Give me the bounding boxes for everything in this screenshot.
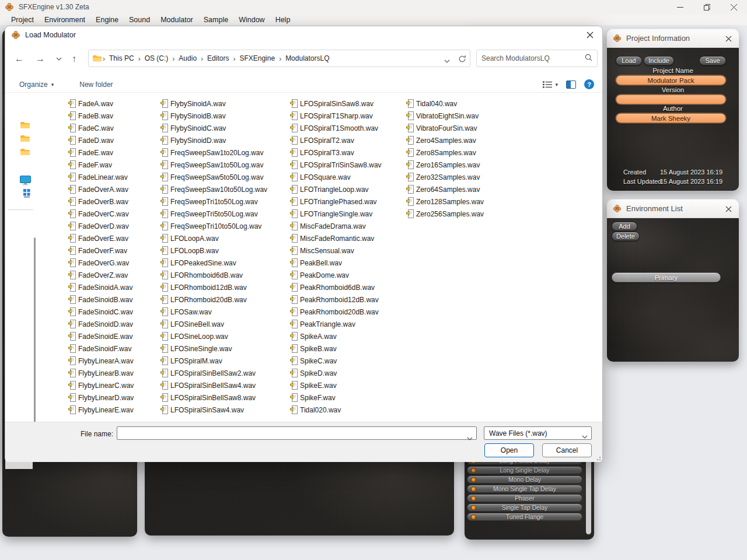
version-field[interactable] <box>616 94 726 104</box>
file-item[interactable]: FadeSinoidF.wav <box>68 342 160 355</box>
new-folder-button[interactable]: New folder <box>74 78 118 91</box>
add-button[interactable]: Add <box>612 222 637 231</box>
file-item[interactable]: LFOSpiralSinBellSaw4.wav <box>160 379 289 391</box>
file-item[interactable]: PeakRhomboid12dB.wav <box>290 293 406 306</box>
effect-pill[interactable]: Mono Delay <box>467 475 582 484</box>
folder-icon[interactable] <box>20 134 30 145</box>
file-item[interactable]: LFOLoopB.wav <box>160 244 289 257</box>
sidebar-vertical-scrollbar[interactable] <box>34 237 36 453</box>
file-item[interactable]: LFOSpiralT2.wav <box>290 134 406 146</box>
file-item[interactable]: LFOSineLoop.wav <box>160 330 289 342</box>
file-item[interactable]: FadeSinoidA.wav <box>68 281 160 293</box>
file-item[interactable]: FreqSweepTri10to50Log.wav <box>160 220 289 232</box>
file-item[interactable]: Zero8Samples.wav <box>406 146 505 159</box>
file-item[interactable]: FadeOverB.wav <box>68 195 160 208</box>
file-item[interactable]: LFOTriangleLoop.wav <box>290 183 406 195</box>
file-item[interactable]: FadeB.wav <box>68 110 160 122</box>
file-item[interactable]: FlybyLinearD.wav <box>68 391 160 404</box>
organize-button[interactable]: Organize▾ <box>13 78 60 91</box>
menu-item[interactable]: Environment <box>39 15 90 25</box>
project-name-field[interactable]: Modulator Pack <box>616 75 726 85</box>
file-item[interactable]: PeakDome.wav <box>290 269 406 281</box>
app-titlebar[interactable]: SFXEngine v1.30 Zeta <box>0 0 747 14</box>
file-item[interactable]: FreqSweepTri1to50Log.wav <box>160 195 289 208</box>
forward-icon[interactable]: → <box>33 52 47 66</box>
effect-pill[interactable]: Mono Single Tap Delay <box>467 485 582 493</box>
folder-icon[interactable] <box>20 148 30 159</box>
file-item[interactable]: LFORhomboid12dB.wav <box>160 281 289 293</box>
file-item[interactable]: FadeOverF.wav <box>68 244 160 257</box>
this-pc-icon[interactable] <box>20 176 31 188</box>
up-icon[interactable]: ↑ <box>67 52 81 66</box>
breadcrumb-item[interactable]: Editors <box>204 52 232 64</box>
environment-list-titlebar[interactable]: Environment List <box>607 200 739 218</box>
minimize-icon[interactable] <box>666 0 693 14</box>
cancel-button[interactable]: Cancel <box>542 443 592 457</box>
file-item[interactable]: FadeE.wav <box>68 146 160 159</box>
effect-pill[interactable]: Single Tap Delay <box>467 503 582 512</box>
delete-button[interactable]: Delete <box>612 232 640 241</box>
file-item[interactable]: LFOSpiralSinSaw8.wav <box>290 97 406 110</box>
save-button[interactable]: Save <box>699 56 726 65</box>
file-item[interactable]: FadeOverZ.wav <box>68 269 160 281</box>
search-icon[interactable] <box>585 53 592 64</box>
network-icon[interactable] <box>23 189 31 200</box>
file-item[interactable]: FadeD.wav <box>68 134 160 146</box>
search-input[interactable] <box>477 54 585 62</box>
folder-icon[interactable] <box>20 121 30 132</box>
file-item[interactable]: FadeF.wav <box>68 159 160 171</box>
close-icon[interactable] <box>720 0 747 14</box>
menu-item[interactable]: Modulator <box>155 15 198 25</box>
file-item[interactable]: FadeOverD.wav <box>68 220 160 232</box>
file-item[interactable]: FlybySinoidA.wav <box>160 97 289 110</box>
file-item[interactable]: LFOLoopA.wav <box>160 232 289 244</box>
close-icon[interactable] <box>722 33 734 44</box>
file-item[interactable]: LFOTrianglePhased.wav <box>290 195 406 208</box>
dialog-close-icon[interactable] <box>581 28 599 42</box>
file-item[interactable]: SpikeD.wav <box>290 367 406 379</box>
breadcrumb-item[interactable]: OS (C:) <box>141 52 172 64</box>
file-item[interactable]: LFOSpiralM.wav <box>160 355 289 367</box>
file-item[interactable]: LFOPeakedSine.wav <box>160 257 289 269</box>
file-item[interactable]: LFOSpiralT1Smooth.wav <box>290 122 406 134</box>
file-item[interactable]: Tidal020.wav <box>290 404 406 416</box>
help-icon[interactable]: ? <box>584 79 594 89</box>
file-item[interactable]: PeakTriangle.wav <box>290 318 406 330</box>
open-button[interactable]: Open <box>484 443 534 457</box>
file-item[interactable]: PeakRhomboid6dB.wav <box>290 281 406 293</box>
file-item[interactable]: LFOSpiralSinBellSaw8.wav <box>160 391 289 404</box>
file-item[interactable]: FadeSinoidE.wav <box>68 330 160 342</box>
effect-pill[interactable]: Phaser <box>467 494 582 502</box>
recent-locations-chevron-icon[interactable] <box>52 52 66 66</box>
file-item[interactable]: FadeOverG.wav <box>68 257 160 269</box>
file-item[interactable]: LFORhomboid6dB.wav <box>160 269 289 281</box>
file-item[interactable]: VibratoEightSin.wav <box>406 110 505 122</box>
menu-item[interactable]: Help <box>270 15 296 25</box>
file-item[interactable]: FreqSweepSaw1to50Log.wav <box>160 159 289 171</box>
restore-icon[interactable] <box>693 0 720 14</box>
environment-item[interactable]: Primary <box>612 272 721 282</box>
file-item[interactable]: LFOSpiralTriSinSaw8.wav <box>290 159 406 171</box>
file-item[interactable]: SpikeA.wav <box>290 330 406 342</box>
file-type-select[interactable]: Wave Files (*.wav) <box>484 426 592 440</box>
file-item[interactable]: FlybyLinearA.wav <box>68 355 160 367</box>
include-button[interactable]: Include <box>644 56 674 65</box>
file-item[interactable]: Zero64Samples.wav <box>406 183 505 195</box>
file-item[interactable]: FreqSweepSaw5to50Log.wav <box>160 171 289 183</box>
file-item[interactable]: VibratoFourSin.wav <box>406 122 505 134</box>
effect-pill[interactable]: Tuned Flange <box>467 513 582 521</box>
breadcrumb-item[interactable]: SFXEngine <box>236 52 278 64</box>
file-item[interactable]: FadeSinoidB.wav <box>68 293 160 306</box>
menu-item[interactable]: Window <box>233 15 270 25</box>
chevron-down-icon[interactable] <box>467 432 473 443</box>
author-field[interactable]: Mark Sheeky <box>616 113 726 123</box>
file-item[interactable]: FadeLinear.wav <box>68 171 160 183</box>
file-item[interactable]: Zero32Samples.wav <box>406 171 505 183</box>
file-item[interactable]: FadeOverA.wav <box>68 183 160 195</box>
menu-item[interactable]: Project <box>6 15 39 25</box>
file-item[interactable]: FlybySinoidC.wav <box>160 122 289 134</box>
resize-grip[interactable] <box>595 454 601 460</box>
menu-item[interactable]: Sample <box>198 15 233 25</box>
file-item[interactable]: Tidal040.wav <box>406 97 505 110</box>
file-item[interactable]: Zero4Samples.wav <box>406 134 505 146</box>
